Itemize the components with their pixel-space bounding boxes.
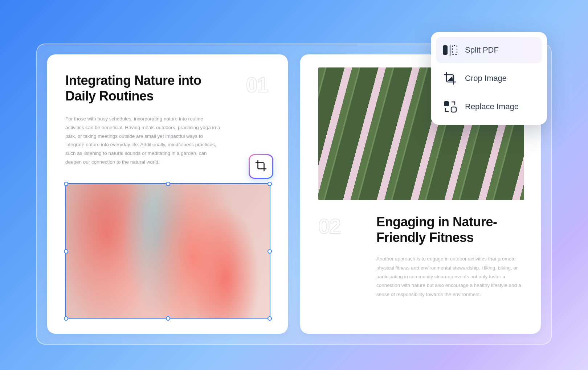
page-1-body: For those with busy schedules, incorpora… — [65, 115, 221, 166]
page-1-heading: Integrating Nature into Daily Routines — [65, 73, 218, 104]
resize-handle-top-right[interactable] — [268, 182, 272, 186]
resize-handle-middle-right[interactable] — [268, 249, 272, 254]
resize-handle-bottom-center[interactable] — [166, 316, 170, 321]
menu-item-crop-image[interactable]: Crop Image — [436, 65, 542, 91]
page-2-heading: Engaging in Nature-Friendly Fitness — [376, 214, 523, 245]
menu-item-replace-image[interactable]: Replace Image — [436, 94, 542, 120]
page-2-number: 02 — [318, 214, 340, 238]
svg-rect-4 — [451, 107, 456, 112]
resize-handle-top-left[interactable] — [64, 182, 68, 186]
crop-icon — [255, 160, 267, 173]
crop-image-icon — [442, 72, 458, 85]
context-menu: Split PDF Crop Image Replace Image — [431, 32, 547, 125]
svg-rect-2 — [452, 45, 457, 55]
document-page-1: Integrating Nature into Daily Routines 0… — [47, 54, 288, 334]
resize-handle-bottom-right[interactable] — [268, 316, 272, 321]
menu-item-label: Crop Image — [465, 74, 507, 83]
menu-item-split-pdf[interactable]: Split PDF — [436, 37, 542, 63]
menu-item-label: Replace Image — [465, 102, 519, 111]
crop-button[interactable] — [249, 154, 273, 179]
menu-item-label: Split PDF — [465, 45, 499, 55]
resize-handle-middle-left[interactable] — [64, 249, 68, 254]
page-1-number: 01 — [246, 73, 268, 97]
selected-image[interactable] — [65, 183, 270, 319]
svg-rect-0 — [443, 45, 448, 55]
page-2-body: Another approach is to engage in outdoor… — [376, 255, 523, 299]
resize-handle-bottom-left[interactable] — [64, 316, 68, 321]
split-pdf-icon — [442, 44, 458, 57]
selected-image-container — [65, 183, 270, 319]
svg-rect-3 — [444, 101, 449, 106]
replace-image-icon — [442, 100, 458, 113]
resize-handle-top-center[interactable] — [166, 182, 170, 186]
